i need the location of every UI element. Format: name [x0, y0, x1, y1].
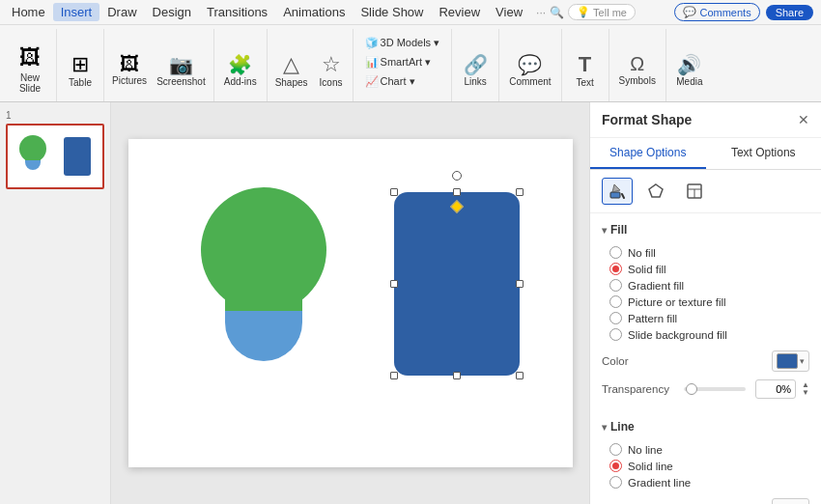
menu-animations[interactable]: Animations	[275, 3, 353, 21]
links-icon: 🔗	[464, 53, 488, 76]
slide-bg-fill-option[interactable]: Slide background fill	[609, 326, 809, 343]
slide-panel: 1	[0, 102, 111, 504]
pattern-fill-option[interactable]: Pattern fill	[609, 310, 809, 326]
menu-design[interactable]: Design	[145, 3, 199, 21]
line-section-header[interactable]: ▾ Line	[602, 414, 809, 439]
fill-collapse-arrow: ▾	[602, 225, 607, 236]
handle-tl[interactable]	[390, 188, 398, 196]
rect-shape[interactable]	[394, 192, 520, 376]
menu-view[interactable]: View	[488, 3, 530, 21]
handle-ml[interactable]	[390, 280, 398, 288]
no-line-option[interactable]: No line	[609, 441, 809, 458]
symbols-icon: Ω	[630, 53, 644, 75]
smartart-button[interactable]: 📊 SmartArt ▾	[361, 54, 444, 70]
pictures-icon: 🖼	[120, 53, 139, 75]
svg-marker-2	[649, 184, 663, 197]
slide-number: 1	[6, 110, 104, 121]
table-icon: ⊞	[71, 52, 89, 77]
menu-draw[interactable]: Draw	[99, 3, 144, 21]
gradient-line-option[interactable]: Gradient line	[609, 474, 809, 490]
new-slide-button[interactable]: 🖼 New Slide	[10, 43, 50, 96]
solid-fill-option[interactable]: Solid fill	[609, 261, 809, 277]
pentagon-icon	[647, 182, 665, 200]
chart-button[interactable]: 📈 Chart ▾	[361, 73, 444, 90]
text-icon: T	[579, 52, 591, 77]
pictures-button[interactable]: 🖼 Pictures	[108, 43, 151, 96]
line-color-picker[interactable]: ▾	[772, 498, 809, 504]
media-button[interactable]: 🔊 Media	[672, 43, 707, 96]
fill-color-picker[interactable]: ▾	[772, 350, 809, 372]
layout-icon-btn[interactable]	[679, 178, 710, 205]
screenshot-icon: 📷	[169, 53, 193, 76]
menu-home[interactable]: Home	[4, 3, 53, 21]
menu-slideshow[interactable]: Slide Show	[353, 3, 431, 21]
text-button[interactable]: T Text	[568, 43, 603, 96]
fill-transparency-down[interactable]: ▼	[802, 389, 809, 397]
handle-tm[interactable]	[453, 188, 461, 196]
menu-review[interactable]: Review	[431, 3, 488, 21]
panel-title: Format Shape	[602, 112, 692, 127]
tell-me-input[interactable]: 💡 Tell me	[568, 4, 636, 20]
3d-models-icon: 🧊	[365, 37, 379, 49]
format-shape-panel: Format Shape ✕ Shape Options Text Option…	[589, 102, 821, 504]
menu-insert[interactable]: Insert	[53, 3, 100, 21]
diamond-handle[interactable]	[449, 200, 463, 213]
picture-texture-fill-option[interactable]: Picture or texture fill	[609, 294, 809, 310]
screenshot-button[interactable]: 📷 Screenshot	[153, 43, 210, 96]
fill-transparency-input[interactable]: 0%	[755, 379, 796, 399]
share-button[interactable]: Share	[766, 5, 813, 20]
comment-icon: 💬	[518, 53, 542, 76]
handle-mr[interactable]	[516, 280, 524, 288]
icons-icon: ☆	[322, 52, 341, 77]
table-button[interactable]: ⊞ Table	[63, 43, 98, 96]
symbols-button[interactable]: Ω Symbols	[615, 43, 660, 96]
layout-icon	[686, 182, 703, 200]
tab-text-options[interactable]: Text Options	[706, 138, 822, 169]
media-icon: 🔊	[677, 53, 701, 76]
new-slide-icon: 🖼	[19, 45, 41, 70]
icons-button[interactable]: ☆ Icons	[314, 43, 349, 96]
addins-button[interactable]: 🧩 Add-ins	[220, 43, 261, 96]
3d-models-button[interactable]: 🧊 3D Models ▾	[361, 35, 444, 51]
solid-line-option[interactable]: Solid line	[609, 458, 809, 474]
lightbulb-shape[interactable]	[196, 187, 331, 366]
handle-bm[interactable]	[453, 372, 461, 379]
smartart-icon: 📊	[365, 56, 379, 69]
slide-canvas[interactable]	[128, 139, 573, 467]
fill-transparency-slider[interactable]	[684, 387, 746, 391]
close-button[interactable]: ✕	[798, 112, 809, 127]
chart-icon: 📈	[365, 75, 379, 88]
line-color-row: Color ▾	[602, 494, 809, 504]
effects-icon-btn[interactable]	[640, 178, 671, 205]
shapes-button[interactable]: △ Shapes	[271, 43, 312, 96]
tab-shape-options[interactable]: Shape Options	[590, 138, 706, 169]
svg-line-1	[622, 194, 624, 198]
comment-button[interactable]: 💬 Comment	[505, 43, 554, 96]
lightbulb-icon: 💡	[577, 6, 590, 18]
no-fill-option[interactable]: No fill	[609, 244, 809, 261]
handle-br[interactable]	[516, 372, 524, 379]
handle-bl[interactable]	[390, 372, 398, 379]
rotate-handle[interactable]	[452, 171, 462, 181]
fill-color-dropdown-arrow[interactable]: ▾	[800, 356, 805, 366]
addins-icon: 🧩	[228, 53, 252, 76]
comments-button[interactable]: 💬 Comments	[674, 3, 759, 21]
slide-thumbnail[interactable]	[6, 124, 104, 189]
fill-color-row: Color ▾	[602, 347, 809, 376]
gradient-fill-option[interactable]: Gradient fill	[609, 277, 809, 294]
shapes-icon: △	[283, 52, 299, 77]
fill-section-header[interactable]: ▾ Fill	[602, 217, 809, 242]
svg-rect-0	[610, 192, 620, 198]
line-collapse-arrow: ▾	[602, 422, 607, 433]
handle-tr[interactable]	[516, 188, 524, 196]
fill-transparency-row: Transparency 0% ▲ ▼	[602, 376, 809, 403]
paint-bucket-icon	[609, 182, 626, 200]
fill-line-icon-btn[interactable]	[602, 178, 633, 205]
canvas-area	[111, 102, 589, 504]
links-button[interactable]: 🔗 Links	[458, 43, 493, 96]
comments-icon: 💬	[683, 6, 696, 18]
menu-transitions[interactable]: Transitions	[199, 3, 275, 21]
